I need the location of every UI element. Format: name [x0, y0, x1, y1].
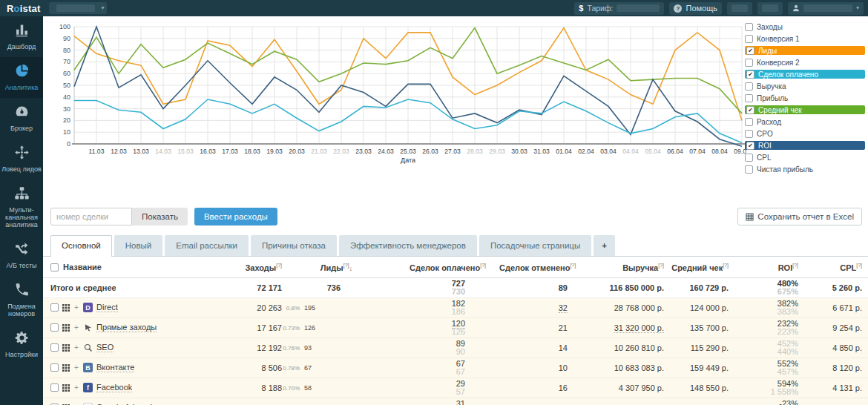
tab-4[interactable]: Причины отказа [251, 235, 337, 256]
paid-deals-cell[interactable]: 120126 [358, 317, 499, 338]
checked-checkbox[interactable]: ✔ [746, 142, 754, 150]
legend-label: Чистая прибыль [757, 165, 813, 174]
x-axis-tick: 12.03 [111, 148, 127, 155]
column-help-icon[interactable]: [?] [658, 263, 664, 268]
column-header[interactable]: Заходы[?] [240, 257, 288, 277]
user-menu[interactable]: ▾ [788, 2, 864, 15]
channel-name-link[interactable]: Direct [96, 303, 118, 312]
drag-grid-icon[interactable] [62, 304, 70, 312]
row-checkbox[interactable] [50, 343, 59, 352]
legend-item-сделок-оплачено[interactable]: ✔ Сделок оплачено [745, 70, 865, 79]
legend-item-прибыль[interactable]: Прибыль [745, 93, 865, 102]
analytics-line-chart[interactable]: 010203040506070809010011.0312.0313.0314.… [50, 22, 746, 171]
column-help-icon[interactable]: [?] [792, 263, 798, 268]
legend-item-roi[interactable]: ✔ ROI [745, 141, 865, 150]
x-axis-tick: 11.03 [89, 148, 105, 155]
x-axis-tick: 24.03 [378, 148, 394, 155]
sidebar-item-multichannel-analytics[interactable]: Мульти-канальная аналитика [0, 180, 43, 235]
unchecked-checkbox[interactable] [745, 165, 753, 174]
channel-name-link[interactable]: SEO [96, 343, 114, 352]
show-button[interactable]: Показать [132, 208, 188, 225]
column-help-icon[interactable]: [?] [570, 263, 576, 268]
unchecked-checkbox[interactable] [745, 59, 753, 67]
row-checkbox[interactable] [50, 383, 59, 392]
add-tab-button[interactable]: + [594, 235, 615, 256]
column-header[interactable]: ROI[?] [734, 257, 804, 277]
y-axis-tick: 100 [59, 23, 70, 30]
help-button[interactable]: ? Помощь [669, 2, 722, 15]
tab-2[interactable]: Новый [114, 235, 163, 256]
channel-name-link[interactable]: Вконтакте [96, 363, 134, 372]
tariff-widget[interactable]: $ Тариф: [574, 2, 664, 15]
expand-row-icon[interactable]: + [73, 363, 79, 372]
column-header-name[interactable]: Название [43, 257, 240, 277]
unchecked-checkbox[interactable] [745, 130, 753, 138]
checked-checkbox[interactable]: ✔ [746, 47, 754, 55]
unchecked-checkbox[interactable] [745, 82, 753, 90]
expand-row-icon[interactable]: + [73, 303, 79, 312]
legend-item-лиды[interactable]: ✔ Лиды [745, 46, 865, 55]
legend-item-cpo[interactable]: CPO [745, 129, 865, 138]
channel-name-link[interactable]: Facebook [96, 383, 132, 392]
row-checkbox[interactable] [50, 323, 59, 332]
sidebar-item-analytics[interactable]: Аналитика [0, 57, 43, 98]
sidebar-item-broker[interactable]: Брокер [0, 98, 43, 139]
column-header[interactable]: Сделок оплачено[?] [358, 257, 499, 277]
topbar-widget-2[interactable] [757, 2, 783, 15]
column-header[interactable]: Лиды[?]↓ [288, 257, 358, 277]
unchecked-checkbox[interactable] [745, 35, 753, 43]
sidebar-item-number-substitution[interactable]: Подмена номеров [0, 276, 43, 324]
sidebar-item-leads-catcher[interactable]: Ловец лидов [0, 139, 43, 180]
column-help-icon[interactable]: [?] [480, 263, 486, 268]
column-header[interactable]: Средний чек[?] [670, 257, 734, 277]
unchecked-checkbox[interactable] [745, 23, 753, 31]
legend-item-конверсия-1[interactable]: Конверсия 1 [745, 34, 865, 43]
legend-item-чистая-прибыль[interactable]: Чистая прибыль [745, 165, 865, 174]
legend-item-выручка[interactable]: Выручка [745, 82, 865, 90]
unchecked-checkbox[interactable] [745, 94, 753, 102]
revenue-cell[interactable]: 31 320 000 р. [573, 317, 670, 338]
column-help-icon[interactable]: [?] [723, 263, 729, 268]
expand-row-icon[interactable]: + [73, 343, 79, 352]
tab-5[interactable]: Эффективность менеджеров [339, 235, 477, 256]
y-axis-tick: 10 [63, 128, 70, 136]
tab-3[interactable]: Email рассылки [165, 235, 249, 256]
drag-grid-icon[interactable] [62, 364, 70, 372]
deal-number-input[interactable] [50, 208, 132, 225]
column-header[interactable]: CPL[?] [804, 257, 868, 277]
column-header[interactable]: Выручка[?] [573, 257, 670, 277]
drag-grid-icon[interactable] [62, 384, 70, 392]
sidebar-item-ab-tests[interactable]: А/Б тесты [0, 235, 43, 276]
tab-6[interactable]: Посадочные страницы [479, 235, 591, 256]
column-header[interactable]: Сделок отменено[?] [499, 257, 573, 277]
cancelled-deals-cell[interactable]: 32 [499, 297, 573, 317]
unchecked-checkbox[interactable] [745, 118, 753, 126]
row-checkbox[interactable] [50, 363, 59, 372]
legend-item-cpl[interactable]: CPL [745, 153, 865, 162]
project-selector-dropdown[interactable]: ▾ [49, 2, 107, 14]
sidebar-item-dashboard[interactable]: Дашборд [0, 16, 43, 57]
column-help-icon[interactable]: [?] [856, 263, 862, 268]
enter-expenses-button[interactable]: Ввести расходы [194, 208, 277, 225]
legend-item-заходы[interactable]: Заходы [745, 22, 865, 31]
expand-row-icon[interactable]: + [73, 323, 79, 332]
drag-grid-icon[interactable] [62, 324, 70, 332]
x-axis-tick: 06.04 [667, 148, 683, 155]
expand-row-icon[interactable]: + [73, 383, 79, 392]
legend-item-расход[interactable]: Расход [745, 117, 865, 126]
legend-item-конверсия-2[interactable]: Конверсия 2 [745, 58, 865, 67]
legend-item-средний-чек[interactable]: ✔ Средний чек [745, 105, 865, 114]
row-checkbox[interactable] [50, 303, 59, 312]
select-all-checkbox[interactable] [50, 263, 59, 271]
column-help-icon[interactable]: [?] [276, 263, 282, 268]
topbar-widget-1[interactable] [727, 2, 752, 15]
drag-grid-icon[interactable] [62, 344, 70, 352]
checked-checkbox[interactable]: ✔ [746, 70, 754, 79]
channel-name-link[interactable]: Прямые заходы [96, 323, 157, 332]
tab-1[interactable]: Основной [50, 235, 112, 257]
checked-checkbox[interactable]: ✔ [746, 106, 754, 114]
column-help-icon[interactable]: [?] [343, 263, 349, 268]
save-excel-button[interactable]: Сохранить отчет в Excel [737, 208, 862, 225]
sidebar-item-settings[interactable]: Настройки [0, 324, 43, 365]
unchecked-checkbox[interactable] [745, 154, 753, 162]
